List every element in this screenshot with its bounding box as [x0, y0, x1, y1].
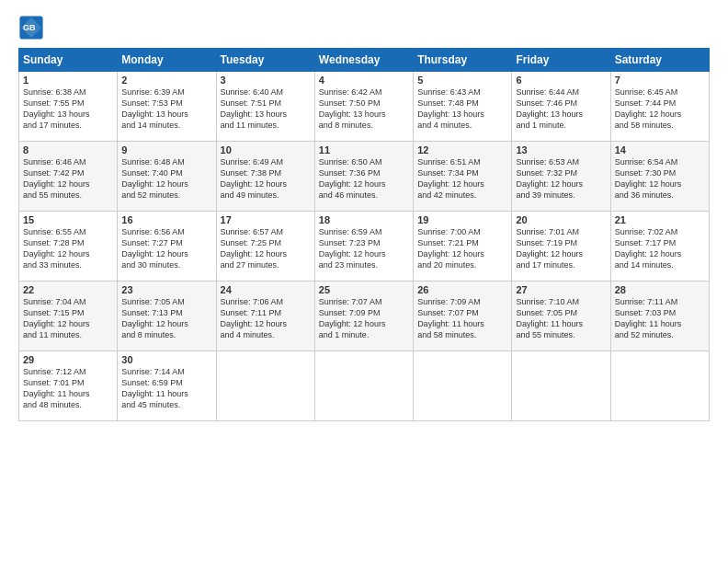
calendar-week-row: 29Sunrise: 7:12 AM Sunset: 7:01 PM Dayli…	[19, 351, 710, 421]
calendar-cell	[414, 351, 512, 421]
day-info: Sunrise: 6:50 AM Sunset: 7:36 PM Dayligh…	[319, 156, 409, 201]
day-number: 23	[121, 284, 211, 295]
day-info: Sunrise: 6:51 AM Sunset: 7:34 PM Dayligh…	[417, 156, 507, 201]
calendar-cell: 5Sunrise: 6:43 AM Sunset: 7:48 PM Daylig…	[414, 72, 512, 142]
day-info: Sunrise: 6:39 AM Sunset: 7:53 PM Dayligh…	[121, 86, 211, 132]
calendar-cell: 15Sunrise: 6:55 AM Sunset: 7:28 PM Dayli…	[19, 212, 118, 282]
day-number: 6	[516, 75, 606, 86]
calendar-cell: 19Sunrise: 7:00 AM Sunset: 7:21 PM Dayli…	[414, 212, 512, 282]
day-number: 27	[516, 284, 606, 295]
day-number: 30	[121, 354, 211, 365]
day-info: Sunrise: 7:05 AM Sunset: 7:13 PM Dayligh…	[121, 296, 211, 341]
day-info: Sunrise: 7:04 AM Sunset: 7:15 PM Dayligh…	[23, 296, 113, 341]
calendar-cell: 29Sunrise: 7:12 AM Sunset: 7:01 PM Dayli…	[19, 351, 118, 421]
day-info: Sunrise: 6:54 AM Sunset: 7:30 PM Dayligh…	[615, 156, 705, 201]
logo-icon: GB	[18, 15, 44, 40]
calendar-cell: 2Sunrise: 6:39 AM Sunset: 7:53 PM Daylig…	[118, 72, 216, 142]
calendar-cell: 4Sunrise: 6:42 AM Sunset: 7:50 PM Daylig…	[314, 72, 413, 142]
calendar-body: 1Sunrise: 6:38 AM Sunset: 7:55 PM Daylig…	[19, 72, 710, 421]
day-number: 5	[417, 75, 507, 86]
calendar-cell: 13Sunrise: 6:53 AM Sunset: 7:32 PM Dayli…	[512, 142, 610, 212]
day-number: 26	[417, 284, 507, 295]
calendar-cell	[610, 351, 709, 421]
calendar-cell: 20Sunrise: 7:01 AM Sunset: 7:19 PM Dayli…	[512, 212, 610, 282]
day-info: Sunrise: 6:48 AM Sunset: 7:40 PM Dayligh…	[121, 156, 211, 201]
day-info: Sunrise: 6:56 AM Sunset: 7:27 PM Dayligh…	[121, 226, 211, 271]
calendar-cell: 21Sunrise: 7:02 AM Sunset: 7:17 PM Dayli…	[610, 212, 709, 282]
calendar-cell: 27Sunrise: 7:10 AM Sunset: 7:05 PM Dayli…	[512, 282, 610, 351]
calendar-week-row: 22Sunrise: 7:04 AM Sunset: 7:15 PM Dayli…	[19, 282, 710, 351]
day-number: 22	[23, 284, 113, 295]
calendar-cell: 14Sunrise: 6:54 AM Sunset: 7:30 PM Dayli…	[610, 142, 709, 212]
day-info: Sunrise: 7:12 AM Sunset: 7:01 PM Dayligh…	[23, 366, 113, 411]
day-info: Sunrise: 7:02 AM Sunset: 7:17 PM Dayligh…	[615, 226, 705, 271]
calendar-cell: 11Sunrise: 6:50 AM Sunset: 7:36 PM Dayli…	[314, 142, 413, 212]
weekday-header: Monday	[118, 49, 216, 72]
weekday-header: Tuesday	[216, 49, 314, 72]
day-info: Sunrise: 6:42 AM Sunset: 7:50 PM Dayligh…	[319, 86, 409, 132]
day-info: Sunrise: 6:53 AM Sunset: 7:32 PM Dayligh…	[516, 156, 606, 201]
calendar-cell: 25Sunrise: 7:07 AM Sunset: 7:09 PM Dayli…	[314, 282, 413, 351]
day-number: 18	[319, 214, 409, 225]
day-info: Sunrise: 6:59 AM Sunset: 7:23 PM Dayligh…	[319, 226, 409, 271]
calendar-cell: 9Sunrise: 6:48 AM Sunset: 7:40 PM Daylig…	[118, 142, 216, 212]
day-number: 19	[417, 214, 507, 225]
day-info: Sunrise: 7:07 AM Sunset: 7:09 PM Dayligh…	[319, 296, 409, 341]
day-number: 28	[615, 284, 705, 295]
calendar-cell: 8Sunrise: 6:46 AM Sunset: 7:42 PM Daylig…	[19, 142, 118, 212]
day-info: Sunrise: 7:10 AM Sunset: 7:05 PM Dayligh…	[516, 296, 606, 341]
day-info: Sunrise: 7:11 AM Sunset: 7:03 PM Dayligh…	[615, 296, 705, 341]
day-number: 11	[319, 144, 409, 155]
day-number: 2	[121, 75, 211, 86]
day-info: Sunrise: 6:43 AM Sunset: 7:48 PM Dayligh…	[417, 86, 507, 132]
day-info: Sunrise: 6:38 AM Sunset: 7:55 PM Dayligh…	[23, 86, 113, 132]
calendar-cell: 7Sunrise: 6:45 AM Sunset: 7:44 PM Daylig…	[610, 72, 709, 142]
day-info: Sunrise: 6:49 AM Sunset: 7:38 PM Dayligh…	[221, 156, 311, 201]
day-info: Sunrise: 7:14 AM Sunset: 6:59 PM Dayligh…	[121, 366, 211, 411]
day-info: Sunrise: 6:57 AM Sunset: 7:25 PM Dayligh…	[221, 226, 311, 271]
day-info: Sunrise: 6:40 AM Sunset: 7:51 PM Dayligh…	[221, 86, 311, 132]
calendar-cell: 18Sunrise: 6:59 AM Sunset: 7:23 PM Dayli…	[314, 212, 413, 282]
day-number: 20	[516, 214, 606, 225]
calendar-header: SundayMondayTuesdayWednesdayThursdayFrid…	[19, 49, 710, 72]
day-number: 8	[23, 144, 113, 155]
day-number: 25	[319, 284, 409, 295]
weekday-header: Thursday	[414, 49, 512, 72]
weekday-header: Sunday	[19, 49, 118, 72]
day-number: 24	[221, 284, 311, 295]
day-number: 14	[615, 144, 705, 155]
calendar-table: SundayMondayTuesdayWednesdayThursdayFrid…	[18, 48, 710, 421]
calendar-cell: 16Sunrise: 6:56 AM Sunset: 7:27 PM Dayli…	[118, 212, 216, 282]
day-info: Sunrise: 6:45 AM Sunset: 7:44 PM Dayligh…	[615, 86, 705, 132]
calendar-week-row: 15Sunrise: 6:55 AM Sunset: 7:28 PM Dayli…	[19, 212, 710, 282]
day-number: 3	[221, 75, 311, 86]
calendar-cell: 10Sunrise: 6:49 AM Sunset: 7:38 PM Dayli…	[216, 142, 314, 212]
day-info: Sunrise: 6:44 AM Sunset: 7:46 PM Dayligh…	[516, 86, 606, 132]
calendar-cell: 17Sunrise: 6:57 AM Sunset: 7:25 PM Dayli…	[216, 212, 314, 282]
calendar-cell: 6Sunrise: 6:44 AM Sunset: 7:46 PM Daylig…	[512, 72, 610, 142]
day-number: 9	[121, 144, 211, 155]
weekday-header: Friday	[512, 49, 610, 72]
calendar-cell: 3Sunrise: 6:40 AM Sunset: 7:51 PM Daylig…	[216, 72, 314, 142]
day-number: 10	[221, 144, 311, 155]
day-info: Sunrise: 7:09 AM Sunset: 7:07 PM Dayligh…	[417, 296, 507, 341]
calendar-cell: 28Sunrise: 7:11 AM Sunset: 7:03 PM Dayli…	[610, 282, 709, 351]
calendar-cell: 22Sunrise: 7:04 AM Sunset: 7:15 PM Dayli…	[19, 282, 118, 351]
calendar-week-row: 8Sunrise: 6:46 AM Sunset: 7:42 PM Daylig…	[19, 142, 710, 212]
calendar-cell: 12Sunrise: 6:51 AM Sunset: 7:34 PM Dayli…	[414, 142, 512, 212]
day-number: 29	[23, 354, 113, 365]
day-info: Sunrise: 6:55 AM Sunset: 7:28 PM Dayligh…	[23, 226, 113, 271]
day-info: Sunrise: 7:00 AM Sunset: 7:21 PM Dayligh…	[417, 226, 507, 271]
svg-text:GB: GB	[23, 23, 36, 32]
calendar-cell	[216, 351, 314, 421]
calendar-cell: 24Sunrise: 7:06 AM Sunset: 7:11 PM Dayli…	[216, 282, 314, 351]
page-header: GB	[18, 15, 710, 40]
calendar-cell: 26Sunrise: 7:09 AM Sunset: 7:07 PM Dayli…	[414, 282, 512, 351]
calendar-cell: 1Sunrise: 6:38 AM Sunset: 7:55 PM Daylig…	[19, 72, 118, 142]
calendar-cell: 23Sunrise: 7:05 AM Sunset: 7:13 PM Dayli…	[118, 282, 216, 351]
calendar-week-row: 1Sunrise: 6:38 AM Sunset: 7:55 PM Daylig…	[19, 72, 710, 142]
day-info: Sunrise: 7:06 AM Sunset: 7:11 PM Dayligh…	[221, 296, 311, 341]
calendar-cell	[512, 351, 610, 421]
day-number: 15	[23, 214, 113, 225]
day-number: 21	[615, 214, 705, 225]
